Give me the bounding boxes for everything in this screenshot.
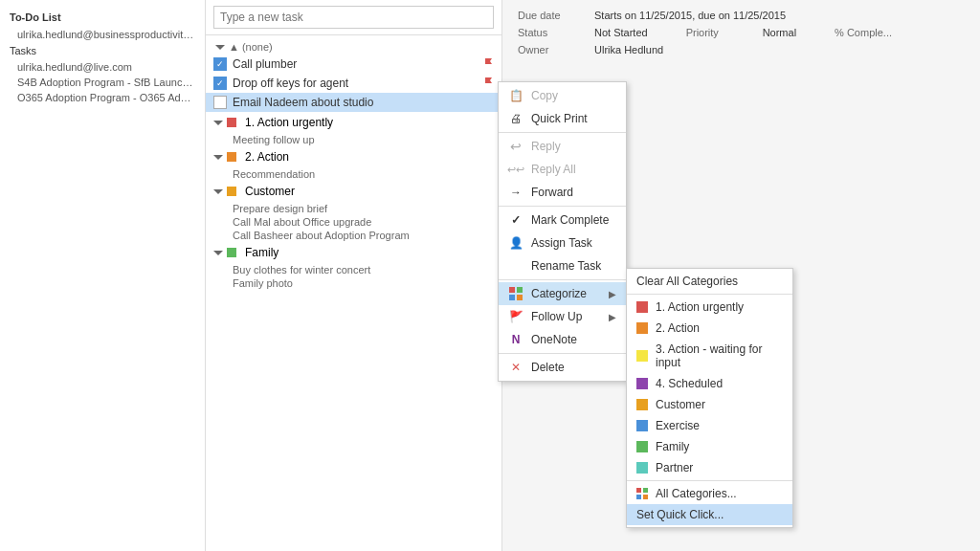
sidebar-o365[interactable]: O365 Adoption Program - O365 Adoption...: [0, 90, 205, 105]
sub-cat-family[interactable]: Family: [627, 436, 792, 457]
group-color-box: [227, 118, 236, 127]
sub-set-quick-label: Set Quick Click...: [636, 508, 724, 521]
mark-complete-icon: ✓: [508, 212, 523, 228]
reply-icon: ↩: [508, 139, 523, 154]
task-row[interactable]: ✓ Call plumber: [206, 55, 501, 74]
ctx-assign-task-label: Assign Task: [531, 236, 592, 250]
group-triangle: [213, 251, 223, 255]
task-checkbox[interactable]: [213, 96, 227, 109]
task-sub-row[interactable]: Call Mal about Office upgrade: [206, 215, 501, 229]
ctx-quick-print[interactable]: 🖨 Quick Print: [499, 107, 626, 130]
group-label-family: Family: [206, 242, 501, 263]
sub-cat-waiting[interactable]: 3. Action - waiting for input: [627, 339, 792, 373]
detail-owner-row: Owner Ulrika Hedlund: [518, 44, 965, 55]
flag-icon: [484, 58, 494, 70]
sub-cat-family-label: Family: [656, 440, 689, 453]
group-label-customer: Customer: [206, 181, 501, 202]
ctx-reply-all[interactable]: ↩↩ Reply All: [499, 158, 626, 181]
sidebar-email-live[interactable]: ulrika.hedlund@live.com: [0, 59, 205, 75]
svg-rect-2: [509, 295, 515, 300]
detail-priority-label: Priority: [686, 27, 763, 38]
ctx-divider-2: [499, 206, 626, 207]
task-text: Drop off keys for agent: [233, 77, 480, 90]
task-row-selected[interactable]: Email Nadeem about studio: [206, 93, 501, 112]
sub-clear-all-label: Clear All Categories: [636, 275, 738, 288]
group-label-none: ▲ (none): [206, 35, 501, 55]
detail-status-row: Status Not Started Priority Normal % Com…: [518, 27, 965, 38]
ctx-reply[interactable]: ↩ Reply: [499, 135, 626, 158]
task-sub-row[interactable]: Family photo: [206, 276, 501, 290]
detail-status-value: Not Started: [594, 27, 648, 38]
sub-cat-partner-label: Partner: [656, 461, 693, 474]
sub-cat-action-urgently[interactable]: 1. Action urgently: [627, 297, 792, 318]
sub-all-categories[interactable]: All Categories...: [627, 483, 792, 504]
ctx-onenote[interactable]: N OneNote: [499, 328, 626, 351]
sub-cat-partner[interactable]: Partner: [627, 457, 792, 478]
task-sub-row[interactable]: Buy clothes for winter concert: [206, 263, 501, 276]
ctx-forward[interactable]: → Forward: [499, 181, 626, 204]
group-color-box: [227, 187, 236, 196]
ctx-categorize[interactable]: Categorize ▶: [499, 282, 626, 305]
categorize-icon: [508, 286, 523, 301]
sub-cat-urgently-label: 1. Action urgently: [656, 300, 744, 314]
ctx-assign-task[interactable]: 👤 Assign Task: [499, 231, 626, 254]
ctx-copy[interactable]: 📋 Copy: [499, 84, 626, 107]
group-title: 1. Action urgently: [245, 116, 333, 129]
ctx-follow-up-arrow: ▶: [609, 312, 616, 322]
sub-clear-all[interactable]: Clear All Categories: [627, 271, 792, 292]
svg-rect-1: [517, 287, 523, 293]
ctx-mark-complete[interactable]: ✓ Mark Complete: [499, 209, 626, 231]
svg-rect-7: [643, 495, 648, 499]
ctx-follow-up[interactable]: 🚩 Follow Up ▶: [499, 305, 626, 328]
ctx-categorize-arrow: ▶: [609, 289, 616, 299]
task-sub-row[interactable]: Recommendation: [206, 167, 501, 181]
svg-rect-5: [643, 488, 648, 493]
task-sub-row[interactable]: Meeting follow up: [206, 133, 501, 146]
ctx-mark-complete-label: Mark Complete: [531, 213, 609, 227]
sidebar-email-business[interactable]: ulrika.hedlund@businessproductivity.com: [0, 27, 205, 42]
task-text: Call plumber: [233, 57, 480, 71]
reply-all-icon: ↩↩: [508, 162, 523, 177]
delete-icon: ✕: [508, 360, 523, 375]
task-sub-row[interactable]: Call Basheer about Adoption Program: [206, 229, 501, 242]
cat-color-waiting: [636, 350, 648, 362]
group-triangle: [213, 155, 223, 160]
ctx-divider: [499, 132, 626, 133]
group-title-none: ▲ (none): [229, 41, 273, 53]
sub-divider-2: [627, 480, 792, 481]
task-row[interactable]: ✓ Drop off keys for agent: [206, 74, 501, 93]
group-color-box: [227, 152, 236, 162]
forward-icon: →: [508, 185, 523, 200]
task-list-panel: ▲ (none) ✓ Call plumber ✓ Drop off keys …: [206, 0, 502, 551]
sub-cat-action[interactable]: 2. Action: [627, 318, 792, 339]
sub-cat-exercise[interactable]: Exercise: [627, 415, 792, 436]
ctx-reply-label: Reply: [531, 140, 561, 153]
sub-divider: [627, 294, 792, 295]
svg-rect-4: [636, 488, 641, 493]
detail-due-date-value: Starts on 11/25/2015, due on 11/25/2015: [594, 10, 786, 21]
sub-cat-scheduled[interactable]: 4. Scheduled: [627, 373, 792, 394]
task-checkbox[interactable]: ✓: [213, 57, 227, 71]
sidebar-s4b[interactable]: S4B Adoption Program - SfB Launch Activi…: [0, 75, 205, 90]
new-task-input[interactable]: [213, 6, 494, 29]
sidebar-tasks-link[interactable]: Tasks: [0, 42, 205, 59]
sub-cat-customer[interactable]: Customer: [627, 394, 792, 415]
detail-complete-label: % Comple...: [835, 27, 911, 38]
follow-up-icon: 🚩: [508, 309, 523, 324]
assign-task-icon: 👤: [508, 235, 523, 251]
ctx-quick-print-label: Quick Print: [531, 112, 588, 125]
ctx-reply-all-label: Reply All: [531, 163, 576, 176]
ctx-divider-3: [499, 279, 626, 280]
ctx-rename-task[interactable]: Rename Task: [499, 254, 626, 277]
detail-due-date-row: Due date Starts on 11/25/2015, due on 11…: [518, 10, 965, 21]
task-sub-row[interactable]: Prepare design brief: [206, 202, 501, 215]
group-label-action-urgently: 1. Action urgently: [206, 112, 501, 133]
sub-set-quick-click[interactable]: Set Quick Click...: [627, 504, 792, 525]
sub-cat-exercise-label: Exercise: [656, 419, 700, 432]
sub-cat-waiting-label: 3. Action - waiting for input: [656, 342, 783, 369]
sub-cat-action-label: 2. Action: [656, 321, 700, 335]
ctx-delete[interactable]: ✕ Delete: [499, 356, 626, 379]
ctx-follow-up-label: Follow Up: [531, 310, 582, 323]
task-checkbox[interactable]: ✓: [213, 77, 227, 90]
context-menu: 📋 Copy 🖨 Quick Print ↩ Reply ↩↩ Reply Al…: [498, 81, 627, 382]
